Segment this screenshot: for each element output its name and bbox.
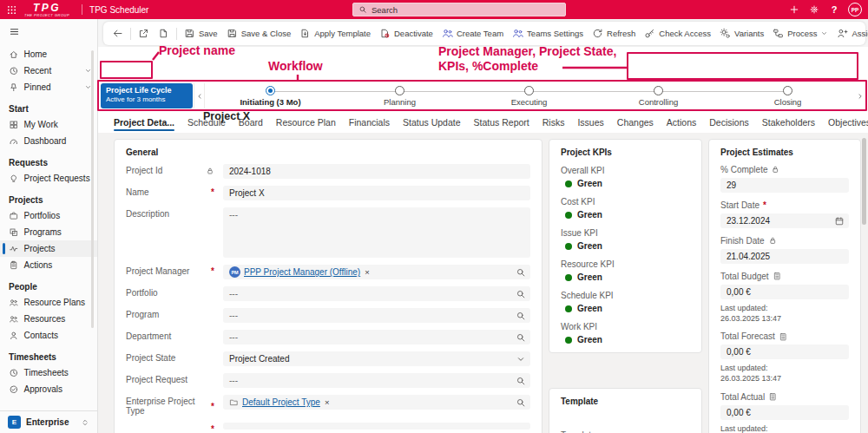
tab-status-report[interactable]: Status Report [474, 111, 529, 133]
project-manager-lookup[interactable]: PM PPP Project Manager (Offline) × [223, 265, 530, 279]
back-button[interactable] [108, 23, 128, 44]
variants-button[interactable]: Variants [715, 23, 768, 44]
kpi-label: Schedule KPI [561, 291, 690, 300]
project-state-select[interactable]: Project Created [223, 351, 530, 366]
stage-label: Executing [511, 97, 548, 107]
calculator-icon [773, 272, 782, 281]
process-scroll-right-button[interactable] [854, 83, 865, 108]
tab-resource-plan[interactable]: Resource Plan [276, 111, 336, 133]
tab-risks[interactable]: Risks [542, 111, 565, 133]
sidebar-item-recent[interactable]: Recent [0, 62, 97, 79]
field-label: % Complete [720, 165, 767, 174]
save-and-close-button[interactable]: Save & Close [222, 23, 296, 44]
nav-toggle-button[interactable] [0, 19, 97, 43]
lookup-search-icon[interactable] [516, 397, 526, 408]
create-team-button[interactable]: Create Team [437, 23, 508, 44]
process-menu-button[interactable]: Process [768, 23, 832, 44]
area-switcher[interactable]: E Enterprise [0, 410, 97, 433]
sidebar-item-dashboard[interactable]: Dashboard [0, 133, 97, 149]
last-updated-note: Last updated:26.03.2025 13:47 [720, 303, 849, 324]
project-request-lookup[interactable]: --- [223, 373, 530, 388]
tab-decisions[interactable]: Decisions [709, 111, 749, 133]
tab-changes[interactable]: Changes [617, 111, 654, 133]
stage-closing[interactable]: Closing [723, 83, 852, 108]
stage-initiating[interactable]: Initiating (3 Mo) [206, 83, 335, 108]
stage-controlling[interactable]: Controlling [594, 83, 723, 108]
open-record-button[interactable] [154, 23, 174, 44]
sidebar-scrollbar[interactable] [91, 50, 94, 328]
quick-create-button[interactable] [786, 0, 803, 19]
tab-status-update[interactable]: Status Update [403, 111, 461, 133]
kpi-value-row[interactable]: Green [561, 241, 690, 251]
enterprise-project-type-link[interactable]: Default Project Type [242, 397, 320, 407]
check-access-button[interactable]: Check Access [640, 23, 715, 44]
sidebar-item-home[interactable]: Home [0, 46, 97, 62]
content-scrollbar[interactable] [862, 138, 866, 225]
tab-objectives[interactable]: Objectives [828, 111, 868, 133]
popout-button[interactable] [134, 23, 154, 44]
deactivate-button[interactable]: Deactivate [375, 23, 437, 44]
global-search-input[interactable]: Search [352, 3, 566, 16]
kpi-value-row[interactable]: Green [561, 179, 690, 188]
total-actual-input[interactable]: 0,00 € [720, 405, 849, 420]
process-flow-badge[interactable]: Project Life Cycle Active for 3 months [101, 83, 193, 108]
apply-template-button[interactable]: Apply Template [295, 23, 375, 44]
remove-value-icon[interactable]: × [325, 397, 330, 407]
lookup-search-icon[interactable] [516, 311, 526, 321]
sidebar-item-project-requests[interactable]: Project Requests [0, 170, 97, 187]
department-lookup[interactable]: --- [223, 330, 530, 344]
kpi-value-row[interactable]: Green [561, 304, 690, 313]
sidebar-item-projects[interactable]: Projects [0, 240, 97, 257]
enterprise-project-type-lookup[interactable]: Default Project Type × [223, 395, 530, 410]
stage-planning[interactable]: Planning [335, 83, 464, 108]
kpi-value-row[interactable]: Green [561, 335, 690, 344]
sidebar-item-portfolios[interactable]: Portfolios [0, 207, 97, 224]
tab-actions[interactable]: Actions [667, 111, 696, 133]
kpi-value-row[interactable]: Green [561, 272, 690, 282]
program-lookup[interactable]: --- [223, 308, 530, 323]
lookup-search-icon[interactable] [516, 289, 526, 299]
sidebar-item-resource-plans[interactable]: Resource Plans [0, 294, 97, 311]
field-label: Project Manager [126, 266, 189, 276]
start-date-input[interactable]: 23.12.2024 [720, 213, 849, 228]
sidebar-item-my-work[interactable]: My Work [0, 116, 97, 133]
user-avatar[interactable]: PP [848, 3, 862, 16]
total-budget-input[interactable]: 0,00 € [720, 285, 849, 299]
tab-issues[interactable]: Issues [577, 111, 603, 133]
save-button[interactable]: Save [180, 23, 222, 44]
sidebar-item-pinned[interactable]: Pinned [0, 79, 97, 95]
description-textarea[interactable]: --- [223, 207, 530, 258]
sidebar-item-programs[interactable]: Programs [0, 224, 97, 240]
tab-project-details[interactable]: Project Deta... [114, 111, 174, 133]
chevron-down-icon[interactable] [516, 354, 526, 364]
process-scroll-left-button[interactable] [194, 83, 205, 108]
lookup-search-icon[interactable] [516, 267, 526, 278]
kpi-value-row[interactable]: Green [561, 210, 690, 220]
sidebar-item-timesheets[interactable]: Timesheets [0, 364, 97, 381]
lookup-search-icon[interactable] [516, 376, 526, 386]
app-launcher-button[interactable] [0, 0, 23, 19]
help-button[interactable]: ? [825, 0, 843, 19]
tab-stakeholders[interactable]: Stakeholders [762, 111, 815, 133]
total-forecast-input[interactable]: 0,00 € [720, 344, 849, 359]
project-id-input[interactable]: 2024-1018 [223, 164, 530, 179]
clipped-lookup[interactable] [223, 423, 530, 430]
assign-button[interactable]: Assign [832, 23, 868, 44]
name-input[interactable]: Project X [223, 186, 530, 200]
calendar-icon[interactable] [834, 216, 845, 226]
lookup-search-icon[interactable] [516, 332, 526, 343]
remove-value-icon[interactable]: × [365, 267, 370, 277]
teams-settings-button[interactable]: Teams Settings [508, 23, 588, 44]
percent-complete-input[interactable]: 29 [720, 178, 849, 193]
portfolio-lookup[interactable]: --- [223, 286, 530, 301]
finish-date-input[interactable]: 21.04.2025 [720, 249, 849, 264]
sidebar-item-resources[interactable]: Resources [0, 311, 97, 327]
tab-financials[interactable]: Financials [349, 111, 390, 133]
settings-button[interactable] [806, 0, 823, 19]
refresh-button[interactable]: Refresh [588, 23, 640, 44]
sidebar-item-approvals[interactable]: Approvals [0, 381, 97, 397]
stage-executing[interactable]: Executing [464, 83, 594, 108]
sidebar-item-contacts[interactable]: Contacts [0, 327, 97, 344]
project-manager-link[interactable]: PPP Project Manager (Offline) [244, 267, 360, 277]
sidebar-item-actions[interactable]: Actions [0, 257, 97, 273]
